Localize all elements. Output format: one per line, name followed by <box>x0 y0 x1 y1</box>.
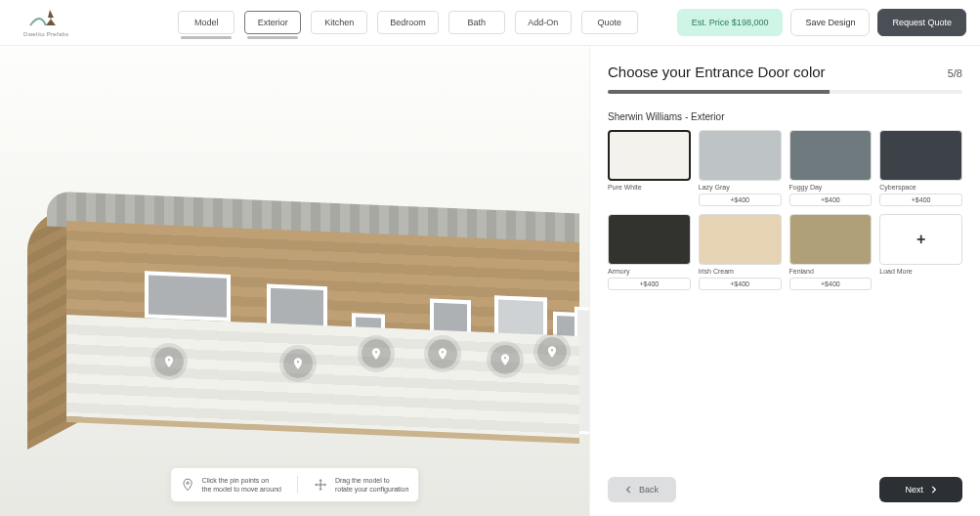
swatch-price: +$400 <box>879 194 962 206</box>
swatch-label: Pure White <box>608 184 691 191</box>
view-pin-icon[interactable] <box>362 339 391 368</box>
panel-step-indicator: 5/8 <box>948 67 962 79</box>
view-pin-icon[interactable] <box>283 349 313 378</box>
swatch-item: Lazy Gray+$400 <box>699 130 782 206</box>
viewer-hints: Click the pin points on the model to mov… <box>170 467 420 502</box>
swatch-price: +$400 <box>699 278 782 290</box>
header: Dwelito Prefabs Model Exterior Kitchen B… <box>0 0 980 46</box>
swatch-item: Foggy Day+$400 <box>789 130 873 206</box>
swatch-label: Lazy Gray <box>699 184 782 191</box>
tab-model[interactable]: Model <box>178 11 234 34</box>
swatch-item: Armory+$400 <box>608 214 691 290</box>
panel-title: Choose your Entrance Door color <box>608 64 826 80</box>
move-icon <box>314 478 327 492</box>
swatch-price: +$400 <box>699 194 782 206</box>
load-more-button[interactable]: + <box>879 214 962 265</box>
estimated-price-button[interactable]: Est. Price $198,000 <box>677 9 784 36</box>
swatch-item: Fenland+$400 <box>789 214 873 290</box>
panel-footer: Back Next <box>608 465 962 502</box>
tab-bath[interactable]: Bath <box>448 11 505 34</box>
request-quote-button[interactable]: Request Quote <box>877 9 966 36</box>
swatch-item: Pure White <box>608 130 691 206</box>
load-more-label: Load More <box>879 268 962 275</box>
section-title: Sherwin Williams - Exterior <box>608 111 962 122</box>
tabs: Model Exterior Kitchen Bedroom Bath Add-… <box>178 11 638 34</box>
swatch-label: Irish Cream <box>699 268 782 275</box>
logo-icon <box>26 8 65 29</box>
swatch-item: Cyberspace+$400 <box>879 130 962 206</box>
chevron-left-icon <box>625 486 633 494</box>
tab-bedroom[interactable]: Bedroom <box>377 11 439 34</box>
color-swatch[interactable] <box>699 214 782 265</box>
swatch-label: Fenland <box>789 268 873 275</box>
color-swatch[interactable] <box>699 130 782 181</box>
swatch-label: Cyberspace <box>879 184 962 191</box>
progress-bar <box>608 90 962 94</box>
content: Click the pin points on the model to mov… <box>0 46 980 516</box>
color-swatch[interactable] <box>789 214 873 265</box>
swatch-price: +$400 <box>789 194 873 206</box>
model-viewer[interactable]: Click the pin points on the model to mov… <box>0 46 589 516</box>
logo[interactable]: Dwelito Prefabs <box>23 8 69 37</box>
tab-add-on[interactable]: Add-On <box>515 11 572 34</box>
swatch-grid: Pure WhiteLazy Gray+$400Foggy Day+$400Cy… <box>608 130 962 290</box>
header-actions: Est. Price $198,000 Save Design Request … <box>677 9 966 36</box>
view-pin-icon[interactable] <box>537 337 567 366</box>
color-swatch[interactable] <box>608 214 691 265</box>
color-swatch[interactable] <box>789 130 873 181</box>
progress-fill <box>608 90 830 94</box>
color-swatch[interactable] <box>879 130 962 181</box>
logo-subtitle: Dwelito Prefabs <box>23 31 69 37</box>
view-pin-icon[interactable] <box>428 339 457 368</box>
swatch-item: +Load More <box>879 214 962 290</box>
next-button[interactable]: Next <box>879 477 962 502</box>
save-design-button[interactable]: Save Design <box>790 9 870 36</box>
house-model <box>27 202 579 447</box>
tab-quote[interactable]: Quote <box>581 11 638 34</box>
swatch-price: +$400 <box>608 278 691 290</box>
pin-icon <box>181 478 194 492</box>
back-button[interactable]: Back <box>608 477 676 502</box>
color-swatch[interactable] <box>608 130 691 181</box>
hint-click: Click the pin points on the model to mov… <box>181 476 281 494</box>
tab-kitchen[interactable]: Kitchen <box>311 11 367 34</box>
tab-exterior[interactable]: Exterior <box>244 11 301 34</box>
swatch-price: +$400 <box>789 278 873 290</box>
swatch-item: Irish Cream+$400 <box>699 214 782 290</box>
view-pin-icon[interactable] <box>154 347 184 376</box>
view-pin-icon[interactable] <box>490 345 520 374</box>
hint-drag: Drag the model to rotate your configurat… <box>314 476 409 494</box>
svg-point-0 <box>186 482 188 484</box>
config-panel: Choose your Entrance Door color 5/8 Sher… <box>589 46 980 516</box>
swatch-label: Foggy Day <box>789 184 873 191</box>
chevron-right-icon <box>929 486 937 494</box>
swatch-label: Armory <box>608 268 691 275</box>
